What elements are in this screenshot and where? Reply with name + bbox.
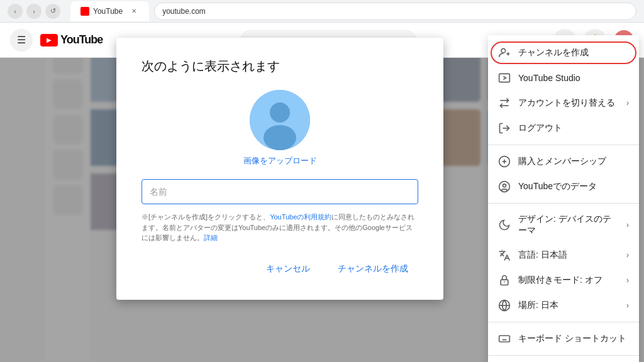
- keyboard-icon: [498, 332, 511, 345]
- yt-data-icon: [498, 180, 511, 193]
- svg-rect-16: [499, 336, 510, 342]
- location-label: 場所: 日本: [518, 300, 619, 311]
- create-channel-dialog: 次のように表示されます 画像をアップロード ※[チャンネルを作成]をクリックする…: [116, 38, 443, 300]
- menu-item-logout[interactable]: ログアウト: [488, 116, 639, 141]
- cancel-button[interactable]: キャンセル: [256, 258, 320, 280]
- svg-point-3: [501, 48, 506, 53]
- switch-account-icon: [498, 97, 511, 109]
- language-chevron-icon: ›: [626, 251, 629, 260]
- svg-point-1: [270, 102, 290, 123]
- svg-point-2: [264, 125, 296, 150]
- tab-close-button[interactable]: ✕: [129, 6, 139, 16]
- avatar-upload-area: 画像をアップロード: [142, 90, 418, 167]
- person-add-icon: [498, 47, 511, 59]
- terms-detail-link[interactable]: 詳細: [204, 234, 218, 241]
- menu-item-design[interactable]: デザイン: デバイスのテーマ ›: [488, 207, 639, 243]
- dropdown-menu: チャンネルを作成 YouTube Studio アカウントを切り替える ›: [488, 35, 639, 362]
- menu-item-language[interactable]: 言語: 日本語 ›: [488, 243, 639, 268]
- menu-item-switch-account[interactable]: アカウントを切り替える ›: [488, 90, 639, 116]
- browser-controls: ‹ › ↺: [8, 4, 60, 19]
- svg-rect-6: [499, 74, 510, 82]
- location-icon: [498, 299, 511, 312]
- terms-text: ※[チャンネルを作成]をクリックすると、YouTubeの利用規約に同意したものと…: [142, 212, 418, 243]
- menu-item-restricted[interactable]: 制限付きモード: オフ ›: [488, 268, 639, 293]
- browser-tab[interactable]: YouTube ✕: [70, 1, 149, 21]
- purchase-label: 購入とメンバーシップ: [518, 156, 629, 167]
- yt-data-label: YouTubeでのデータ: [518, 181, 629, 192]
- keyboard-label: キーボード ショートカット: [518, 333, 629, 344]
- create-channel-label: チャンネルを作成: [518, 47, 629, 58]
- switch-account-label: アカウントを切り替える: [518, 97, 619, 109]
- url-text: youtube.com: [162, 7, 206, 16]
- divider-3: [488, 322, 639, 322]
- design-label: デザイン: デバイスのテーマ: [518, 214, 619, 236]
- youtube-logo-text: YouTube: [60, 33, 103, 47]
- restricted-icon: [498, 274, 511, 287]
- logout-label: ログアウト: [518, 123, 629, 134]
- dialog-title: 次のように表示されます: [142, 58, 418, 75]
- language-label: 言語: 日本語: [518, 250, 619, 261]
- browser-bar: ‹ › ↺ YouTube ✕ youtube.com: [0, 0, 644, 23]
- menu-item-youtube-studio[interactable]: YouTube Studio: [488, 65, 639, 90]
- address-bar[interactable]: youtube.com: [154, 3, 636, 20]
- divider-4: [488, 355, 639, 356]
- hamburger-menu[interactable]: ☰: [10, 29, 33, 52]
- tab-label: YouTube: [93, 7, 123, 16]
- channel-name-input[interactable]: [142, 179, 418, 204]
- menu-item-settings[interactable]: 設定: [488, 359, 639, 362]
- location-chevron-icon: ›: [626, 301, 629, 310]
- menu-item-purchase[interactable]: 購入とメンバーシップ: [488, 149, 639, 174]
- restricted-chevron-icon: ›: [626, 276, 629, 285]
- chevron-right-icon: ›: [626, 99, 629, 107]
- avatar-person-icon: [250, 90, 310, 150]
- forward-button[interactable]: ›: [26, 4, 42, 19]
- divider-2: [488, 203, 639, 204]
- avatar-preview: [250, 90, 310, 150]
- youtube-logo-icon: [40, 34, 58, 47]
- menu-item-location[interactable]: 場所: 日本 ›: [488, 293, 639, 318]
- restricted-label: 制限付きモード: オフ: [518, 275, 619, 286]
- create-channel-button[interactable]: チャンネルを作成: [328, 258, 418, 280]
- tab-favicon: [80, 7, 89, 16]
- language-icon: [498, 249, 511, 261]
- menu-item-keyboard[interactable]: キーボード ショートカット: [488, 326, 639, 351]
- divider-1: [488, 145, 639, 145]
- refresh-button[interactable]: ↺: [45, 4, 60, 19]
- theme-icon: [498, 219, 511, 231]
- youtube-logo[interactable]: YouTube: [40, 33, 103, 47]
- dialog-actions: キャンセル チャンネルを作成: [142, 258, 418, 280]
- svg-point-12: [503, 184, 506, 187]
- back-button[interactable]: ‹: [8, 4, 23, 19]
- design-chevron-icon: ›: [626, 221, 629, 229]
- upload-image-link[interactable]: 画像をアップロード: [243, 155, 317, 167]
- logout-icon: [498, 122, 511, 134]
- purchase-icon: [498, 155, 511, 168]
- terms-link[interactable]: YouTubeの利用規約: [270, 213, 331, 221]
- youtube-studio-icon: [498, 72, 511, 84]
- youtube-studio-label: YouTube Studio: [518, 73, 629, 83]
- menu-item-create-channel[interactable]: チャンネルを作成: [488, 40, 639, 65]
- menu-item-yt-data[interactable]: YouTubeでのデータ: [488, 174, 639, 199]
